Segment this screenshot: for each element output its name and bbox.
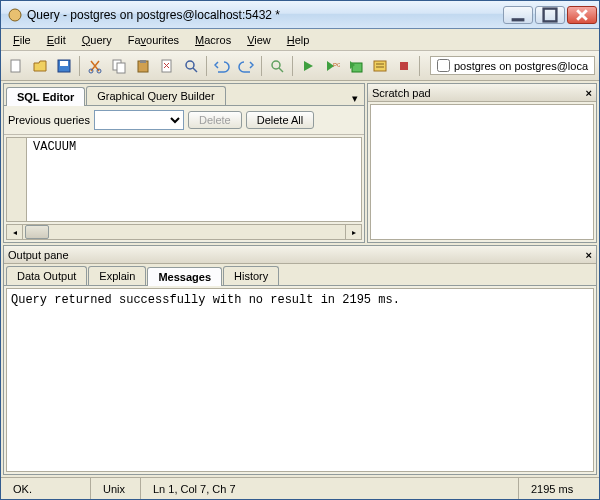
svg-rect-3 [11, 60, 20, 72]
delete-button[interactable]: Delete [188, 111, 242, 129]
menu-favourites[interactable]: Favourites [120, 32, 187, 48]
previous-queries-select[interactable] [94, 110, 184, 130]
menu-file[interactable]: File [5, 32, 39, 48]
svg-rect-11 [140, 60, 146, 63]
tab-messages[interactable]: Messages [147, 267, 222, 286]
new-icon[interactable] [5, 55, 27, 77]
paste-icon[interactable] [132, 55, 154, 77]
menu-edit[interactable]: Edit [39, 32, 74, 48]
svg-point-0 [9, 9, 21, 21]
maximize-button[interactable] [535, 6, 565, 24]
close-button[interactable] [567, 6, 597, 24]
svg-rect-2 [544, 8, 557, 21]
statusbar: OK. Unix Ln 1, Col 7, Ch 7 2195 ms [1, 477, 599, 499]
cancel-icon[interactable] [393, 55, 415, 77]
menu-view[interactable]: View [239, 32, 279, 48]
svg-rect-18 [400, 62, 408, 70]
scratch-pad-title: Scratch pad [372, 87, 431, 99]
toolbar: PG postgres on postgres@loca [1, 51, 599, 81]
svg-rect-17 [374, 61, 386, 71]
svg-text:PG: PG [333, 62, 340, 68]
tab-explain[interactable]: Explain [88, 266, 146, 285]
status-time: 2195 ms [519, 478, 599, 499]
app-icon [7, 7, 23, 23]
copy-icon[interactable] [108, 55, 130, 77]
output-messages[interactable]: Query returned successfully with no resu… [6, 288, 594, 472]
clear-icon[interactable] [156, 55, 178, 77]
execute-file-icon[interactable] [345, 55, 367, 77]
save-icon[interactable] [53, 55, 75, 77]
tab-history[interactable]: History [223, 266, 279, 285]
undo-icon[interactable] [211, 55, 233, 77]
open-icon[interactable] [29, 55, 51, 77]
execute-icon[interactable] [297, 55, 319, 77]
status-position: Ln 1, Col 7, Ch 7 [141, 478, 519, 499]
scratch-close-icon[interactable]: × [586, 87, 592, 99]
titlebar: Query - postgres on postgres@localhost:5… [1, 1, 599, 29]
redo-icon[interactable] [235, 55, 257, 77]
connection-selector[interactable]: postgres on postgres@loca [430, 56, 595, 75]
minimize-button[interactable] [503, 6, 533, 24]
svg-point-14 [272, 61, 280, 69]
previous-queries-label: Previous queries [8, 114, 90, 126]
connection-checkbox[interactable] [437, 59, 450, 72]
status-mode: Unix [91, 478, 141, 499]
tab-dropdown-icon[interactable]: ▾ [348, 92, 362, 105]
window-title: Query - postgres on postgres@localhost:5… [27, 8, 503, 22]
scroll-left-icon[interactable]: ◂ [7, 225, 23, 239]
svg-point-13 [186, 61, 194, 69]
scratch-pad-textarea[interactable] [370, 104, 594, 240]
editor-content[interactable]: VACUUM [27, 138, 361, 221]
menubar: File Edit Query Favourites Macros View H… [1, 29, 599, 51]
horizontal-scrollbar[interactable]: ◂ ▸ [6, 224, 362, 240]
sql-editor[interactable]: VACUUM [6, 137, 362, 222]
output-pane-title: Output pane [8, 249, 69, 261]
editor-gutter [7, 138, 27, 221]
scroll-thumb[interactable] [25, 225, 49, 239]
execute-pgscript-icon[interactable]: PG [321, 55, 343, 77]
delete-all-button[interactable]: Delete All [246, 111, 314, 129]
explain-icon[interactable] [369, 55, 391, 77]
svg-rect-1 [512, 18, 525, 21]
search-icon[interactable] [266, 55, 288, 77]
menu-macros[interactable]: Macros [187, 32, 239, 48]
menu-help[interactable]: Help [279, 32, 318, 48]
output-close-icon[interactable]: × [586, 249, 592, 261]
sql-editor-panel: SQL Editor Graphical Query Builder ▾ Pre… [3, 83, 365, 243]
menu-query[interactable]: Query [74, 32, 120, 48]
output-pane: Output pane × Data Output Explain Messag… [3, 245, 597, 475]
cut-icon[interactable] [84, 55, 106, 77]
tab-sql-editor[interactable]: SQL Editor [6, 87, 85, 106]
tab-graphical-builder[interactable]: Graphical Query Builder [86, 86, 225, 105]
tab-data-output[interactable]: Data Output [6, 266, 87, 285]
find-icon[interactable] [180, 55, 202, 77]
scratch-pad-panel: Scratch pad × [367, 83, 597, 243]
svg-rect-5 [60, 61, 68, 66]
svg-rect-9 [117, 63, 125, 73]
scroll-right-icon[interactable]: ▸ [345, 225, 361, 239]
status-ok: OK. [1, 478, 91, 499]
